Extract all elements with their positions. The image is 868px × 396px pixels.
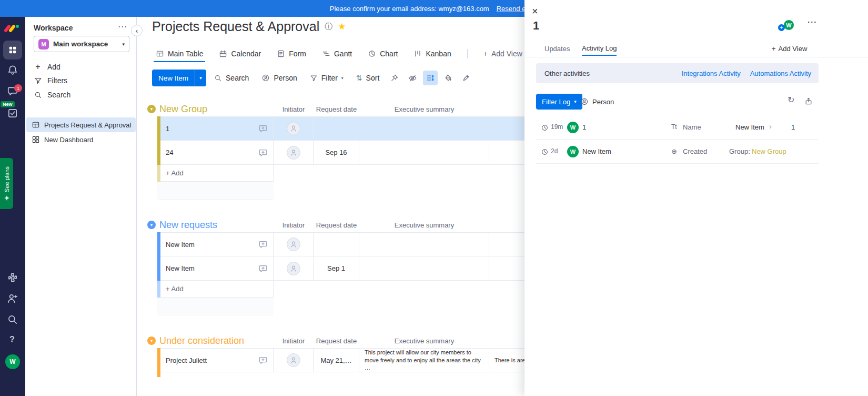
group-title[interactable]: New requests xyxy=(159,219,217,231)
sort-button[interactable]: ⇅ Sort xyxy=(351,70,384,86)
conversation-bubble-icon[interactable] xyxy=(258,124,268,133)
monday-logo-icon[interactable] xyxy=(6,23,19,34)
collapse-sidebar-button[interactable]: ‹ xyxy=(131,25,143,36)
new-item-button[interactable]: New Item ▾ xyxy=(152,70,206,86)
search-toolbar-button[interactable]: Search xyxy=(209,70,254,86)
person-filter-button[interactable]: Person xyxy=(580,94,614,110)
item-height-icon[interactable] xyxy=(423,71,438,85)
automations-activity-link[interactable]: Automations Activity xyxy=(750,70,811,77)
column-header-executive-summary[interactable]: Executive summary xyxy=(359,105,489,113)
executive-summary-cell[interactable] xyxy=(359,256,489,281)
add-button[interactable]: + Add xyxy=(34,60,129,74)
column-header-executive-summary[interactable]: Executive summary xyxy=(359,221,489,229)
column-header-initiator[interactable]: Initiator xyxy=(274,337,314,345)
item-name-cell[interactable]: New Item xyxy=(160,256,274,281)
request-date-cell[interactable]: Sep 1 xyxy=(314,256,359,281)
tab-updates[interactable]: Updates xyxy=(544,41,570,56)
my-work-checkbox-icon[interactable] xyxy=(7,107,18,119)
group-collapse-icon[interactable]: ▾ xyxy=(147,221,156,229)
item-name-cell[interactable]: 1 xyxy=(160,116,274,141)
group-title[interactable]: New Group xyxy=(159,103,207,115)
add-assignee-icon[interactable]: + xyxy=(778,24,785,31)
sidebar-item-board[interactable]: Projects Request & Approval xyxy=(26,117,136,132)
workspace-selector[interactable]: M Main workspace ▾ xyxy=(34,36,129,52)
invite-members-icon[interactable] xyxy=(7,293,18,304)
activity-item-name[interactable]: 1 xyxy=(582,123,586,131)
panel-add-view-button[interactable]: + Add View xyxy=(772,41,807,56)
pin-icon[interactable] xyxy=(387,71,402,85)
column-header-executive-summary[interactable]: Executive summary xyxy=(359,337,489,345)
conversation-bubble-icon[interactable] xyxy=(258,240,268,249)
item-menu-dots-icon[interactable]: ⋯ xyxy=(807,16,817,28)
sidebar-item-dashboard[interactable]: New Dashboard xyxy=(26,132,136,147)
tab-form[interactable]: Form xyxy=(277,45,306,62)
request-date-cell[interactable] xyxy=(314,116,359,141)
tab-kanban[interactable]: Kanban xyxy=(413,45,451,62)
executive-summary-cell[interactable]: This project will allow our city members… xyxy=(359,348,489,372)
workspace-menu-dots-icon[interactable]: ⋯ xyxy=(118,21,127,32)
new-item-chevron-icon[interactable]: ▾ xyxy=(195,70,206,86)
tab-gantt[interactable]: Gantt xyxy=(322,45,352,62)
item-name-cell[interactable]: New Item xyxy=(160,232,274,256)
filter-button[interactable]: Filter ▾ xyxy=(305,70,348,86)
column-header-request-date[interactable]: Request date xyxy=(314,105,359,113)
search-button[interactable]: Search xyxy=(34,88,129,102)
marketplace-puzzle-icon[interactable] xyxy=(7,272,18,283)
user-avatar[interactable]: W xyxy=(5,354,20,369)
initiator-cell[interactable] xyxy=(274,116,314,141)
export-icon[interactable] xyxy=(804,97,813,105)
info-icon[interactable]: ⓘ xyxy=(325,22,332,32)
item-name-cell[interactable]: Project Juliett xyxy=(160,348,274,372)
request-date-cell[interactable]: Sep 16 xyxy=(314,141,359,165)
filters-button[interactable]: Filters xyxy=(34,74,129,87)
initiator-cell[interactable] xyxy=(274,348,314,372)
item-owner-avatar[interactable]: W xyxy=(783,19,795,31)
group-collapse-icon[interactable]: ▾ xyxy=(147,105,156,113)
board-title[interactable]: Projects Request & Approval xyxy=(152,19,319,34)
group-collapse-icon[interactable]: ▾ xyxy=(147,336,156,345)
boards-grid-icon[interactable] xyxy=(3,41,22,60)
tab-chart[interactable]: Chart xyxy=(368,45,398,62)
add-item-row[interactable]: + Add xyxy=(157,165,274,182)
global-search-icon[interactable] xyxy=(7,314,18,325)
activity-user-avatar[interactable]: W xyxy=(567,146,579,157)
table-row-partial[interactable] xyxy=(157,372,274,377)
conversation-bubble-icon[interactable] xyxy=(258,148,268,157)
add-view-button[interactable]: + Add View xyxy=(483,45,522,62)
close-icon[interactable]: × xyxy=(532,5,538,17)
column-header-request-date[interactable]: Request date xyxy=(314,221,359,229)
person-filter-button[interactable]: Person xyxy=(257,70,301,86)
conversation-bubble-icon[interactable] xyxy=(258,264,268,273)
add-item-row[interactable]: + Add xyxy=(157,281,274,298)
see-plans-tab[interactable]: See plans xyxy=(0,158,13,209)
initiator-cell[interactable] xyxy=(274,141,314,165)
initiator-cell[interactable] xyxy=(274,256,314,281)
executive-summary-cell[interactable] xyxy=(359,141,489,165)
customize-pen-icon[interactable] xyxy=(459,71,473,85)
executive-summary-cell[interactable] xyxy=(359,116,489,141)
item-title[interactable]: 1 xyxy=(533,19,539,33)
activity-user-avatar[interactable]: W xyxy=(567,122,579,133)
column-header-request-date[interactable]: Request date xyxy=(314,337,359,345)
conversation-bubble-icon[interactable] xyxy=(258,355,268,365)
column-header-initiator[interactable]: Initiator xyxy=(274,221,314,229)
help-icon[interactable]: ? xyxy=(9,335,15,344)
item-name-cell[interactable]: 24 xyxy=(160,141,274,165)
activity-group-name[interactable]: New Group xyxy=(752,147,786,155)
initiator-cell[interactable] xyxy=(274,232,314,256)
tab-calendar[interactable]: Calendar xyxy=(219,45,261,62)
column-header-initiator[interactable]: Initiator xyxy=(274,105,314,113)
group-title[interactable]: Under consideration xyxy=(159,335,244,346)
tab-main-table[interactable]: Main Table xyxy=(156,45,203,62)
refresh-icon[interactable]: ↻ xyxy=(788,96,794,104)
integrations-activity-link[interactable]: Integrations Activity xyxy=(682,70,741,77)
color-bucket-icon[interactable] xyxy=(441,71,456,85)
favorite-star-icon[interactable]: ★ xyxy=(338,21,346,32)
request-date-cell[interactable] xyxy=(314,232,359,256)
request-date-cell[interactable]: May 21,… xyxy=(314,348,359,372)
executive-summary-cell[interactable] xyxy=(359,232,489,256)
tab-activity-log[interactable]: Activity Log xyxy=(582,41,617,56)
filter-log-button[interactable]: Filter Log ▾ xyxy=(536,94,582,110)
activity-item-name[interactable]: New Item xyxy=(582,147,611,155)
notifications-bell-icon[interactable] xyxy=(7,64,18,76)
